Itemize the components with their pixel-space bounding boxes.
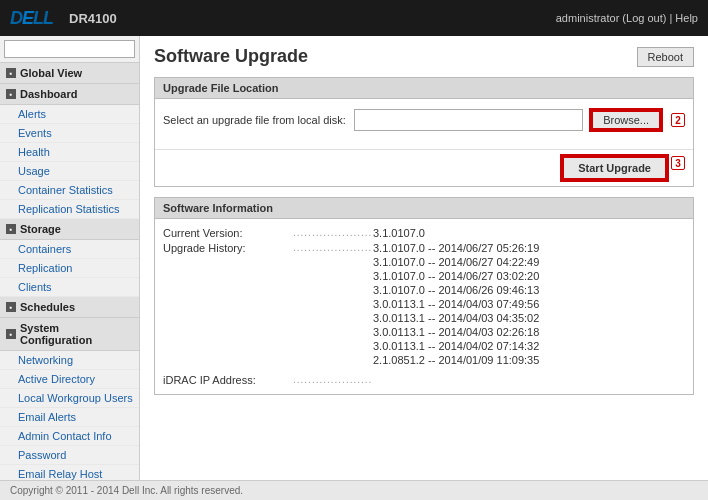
sidebar-item-networking[interactable]: Networking [0, 351, 139, 370]
file-select-row: Select an upgrade file from local disk: … [163, 109, 685, 131]
start-upgrade-button[interactable]: Start Upgrade [562, 156, 667, 180]
history-entry: 3.0.0113.1 -- 2014/04/03 07:49:56 [373, 298, 539, 310]
history-entry: 3.0.0113.1 -- 2014/04/03 04:35:02 [373, 312, 539, 324]
software-information-body: Current Version: .......................… [155, 219, 693, 394]
history-entries: 3.1.0107.0 -- 2014/06/27 05:26:193.1.010… [373, 242, 539, 368]
sidebar-group-label: Schedules [20, 301, 75, 313]
idrac-dots: ................................. [293, 374, 373, 386]
sidebar-item-alerts[interactable]: Alerts [0, 105, 139, 124]
sidebar-group-label: Storage [20, 223, 61, 235]
idrac-label: iDRAC IP Address: [163, 374, 293, 386]
header-user-info: administrator (Log out) | Help [556, 12, 698, 24]
history-entry: 3.1.0107.0 -- 2014/06/26 09:46:13 [373, 284, 539, 296]
browse-button[interactable]: Browse... [591, 110, 661, 130]
sidebar-group-label: System Configuration [20, 322, 133, 346]
header-left: DELL DR4100 [10, 8, 117, 29]
sidebar-item-clients[interactable]: Clients [0, 278, 139, 297]
toggle-icon: ▪ [6, 224, 16, 234]
badge-start: 3 [671, 156, 685, 170]
current-version-label: Current Version: [163, 227, 293, 239]
upgrade-file-location-body: Select an upgrade file from local disk: … [155, 99, 693, 149]
badge-browse: 2 [671, 113, 685, 127]
toggle-icon: ▪ [6, 329, 16, 339]
sidebar-group-system-configuration[interactable]: ▪ System Configuration [0, 318, 139, 351]
sidebar-group-label: Dashboard [20, 88, 77, 100]
file-select-label: Select an upgrade file from local disk: [163, 114, 346, 126]
footer: Copyright © 2011 - 2014 Dell Inc. All ri… [0, 480, 708, 500]
upgrade-file-location-header: Upgrade File Location [155, 78, 693, 99]
history-entry: 3.0.0113.1 -- 2014/04/03 02:26:18 [373, 326, 539, 338]
idrac-row: iDRAC IP Address: ......................… [163, 374, 685, 386]
sidebar-item-container-statistics[interactable]: Container Statistics [0, 181, 139, 200]
current-version-dots: ................................. [293, 227, 373, 239]
upgrade-history-label: Upgrade History: [163, 242, 293, 368]
sidebar-group-global-view[interactable]: ▪ Global View [0, 63, 139, 84]
upgrade-history-dots: ................................. [293, 242, 373, 368]
sidebar-group-label: Global View [20, 67, 82, 79]
reboot-button[interactable]: Reboot [637, 47, 694, 67]
history-entry: 3.1.0107.0 -- 2014/06/27 03:02:20 [373, 270, 539, 282]
current-version-row: Current Version: .......................… [163, 227, 685, 239]
sidebar-item-active-directory[interactable]: Active Directory [0, 370, 139, 389]
dell-logo: DELL [10, 8, 53, 29]
toggle-icon: ▪ [6, 68, 16, 78]
header: DELL DR4100 administrator (Log out) | He… [0, 0, 708, 36]
toggle-icon: ▪ [6, 302, 16, 312]
copyright: Copyright © 2011 - 2014 Dell Inc. All ri… [10, 485, 243, 496]
page-title-row: Software Upgrade Reboot [154, 46, 694, 67]
sidebar-item-usage[interactable]: Usage [0, 162, 139, 181]
layout: ▪ Global View ▪ Dashboard Alerts Events … [0, 36, 708, 480]
start-upgrade-row: Start Upgrade 3 [155, 149, 693, 186]
sidebar-item-email-relay-host[interactable]: Email Relay Host [0, 465, 139, 480]
sidebar-item-containers[interactable]: Containers [0, 240, 139, 259]
sidebar-search-input[interactable] [4, 40, 135, 58]
history-entry: 3.0.0113.1 -- 2014/04/02 07:14:32 [373, 340, 539, 352]
software-information-header: Software Information [155, 198, 693, 219]
upgrade-file-location-box: Upgrade File Location Select an upgrade … [154, 77, 694, 187]
sidebar-group-dashboard[interactable]: ▪ Dashboard [0, 84, 139, 105]
file-input[interactable] [354, 109, 583, 131]
history-entry: 2.1.0851.2 -- 2014/01/09 11:09:35 [373, 354, 539, 366]
sidebar: ▪ Global View ▪ Dashboard Alerts Events … [0, 36, 140, 480]
sidebar-item-events[interactable]: Events [0, 124, 139, 143]
upgrade-history-row: Upgrade History: .......................… [163, 242, 685, 368]
sidebar-item-password[interactable]: Password [0, 446, 139, 465]
sidebar-item-admin-contact-info[interactable]: Admin Contact Info [0, 427, 139, 446]
sidebar-item-replication[interactable]: Replication [0, 259, 139, 278]
history-entry: 3.1.0107.0 -- 2014/06/27 05:26:19 [373, 242, 539, 254]
toggle-icon: ▪ [6, 89, 16, 99]
sidebar-section: ▪ Global View ▪ Dashboard Alerts Events … [0, 63, 139, 480]
sidebar-search-container [0, 36, 139, 63]
software-information-box: Software Information Current Version: ..… [154, 197, 694, 395]
sidebar-item-health[interactable]: Health [0, 143, 139, 162]
sidebar-group-storage[interactable]: ▪ Storage [0, 219, 139, 240]
sidebar-group-schedules[interactable]: ▪ Schedules [0, 297, 139, 318]
page-title: Software Upgrade [154, 46, 308, 67]
model-name: DR4100 [69, 11, 117, 26]
current-version-value: 3.1.0107.0 [373, 227, 425, 239]
sidebar-item-email-alerts[interactable]: Email Alerts [0, 408, 139, 427]
sidebar-item-replication-statistics[interactable]: Replication Statistics [0, 200, 139, 219]
sidebar-item-local-workgroup-users[interactable]: Local Workgroup Users [0, 389, 139, 408]
main-content: Software Upgrade Reboot Upgrade File Loc… [140, 36, 708, 480]
history-entry: 3.1.0107.0 -- 2014/06/27 04:22:49 [373, 256, 539, 268]
